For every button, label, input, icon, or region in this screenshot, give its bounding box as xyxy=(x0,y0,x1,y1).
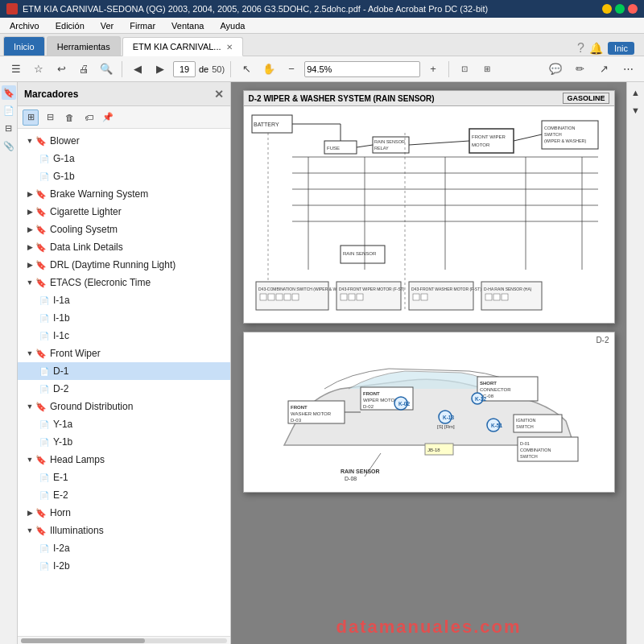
bookmark-cooling[interactable]: ▶ 🔖 Cooling Sysetm xyxy=(18,221,230,238)
bookmark-horn[interactable]: ▶ 🔖 Horn xyxy=(18,504,230,522)
maximize-button[interactable] xyxy=(615,4,625,14)
bookmark-datalink[interactable]: ▶ 🔖 Data Link Details xyxy=(18,238,230,256)
headlamps-toggle[interactable]: ▼ xyxy=(24,454,35,465)
bookmark-y1b[interactable]: 📄 Y-1b xyxy=(18,433,230,451)
right-scroll-down[interactable]: ▼ xyxy=(629,103,643,118)
drl-toggle[interactable]: ▶ xyxy=(24,259,35,270)
left-bookmarks-icon[interactable]: 🔖 xyxy=(2,85,16,100)
bookmark-i1c[interactable]: 📄 I-1c xyxy=(18,327,230,345)
bookmark-i1a[interactable]: 📄 I-1a xyxy=(18,291,230,309)
bookmark-e2[interactable]: 📄 E-2 xyxy=(18,486,230,504)
bookmark-button[interactable]: ☆ xyxy=(29,60,48,79)
comment-button[interactable]: 💬 xyxy=(546,60,565,79)
horn-toggle[interactable]: ▶ xyxy=(24,507,35,518)
sidebar-trash-button[interactable]: 🗑 xyxy=(61,109,77,126)
next-page-button[interactable]: ▶ xyxy=(151,60,170,79)
notification-bell[interactable]: 🔔 xyxy=(589,42,603,55)
diagram-title: D-2 WIPER & WASHER SYSTEM (RAIN SENSOR) … xyxy=(244,91,614,106)
sidebar-collapse-button[interactable]: ⊟ xyxy=(42,109,58,126)
menu-ver[interactable]: Ver xyxy=(97,19,118,32)
svg-rect-51 xyxy=(485,294,492,300)
bookmark-cigarette[interactable]: ▶ 🔖 Cigarette Lighter xyxy=(18,203,230,221)
tab-herramientas[interactable]: Herramientas xyxy=(47,36,121,56)
cigarette-toggle[interactable]: ▶ xyxy=(24,206,35,217)
bookmark-headlamps[interactable]: ▼ 🔖 Head Lamps xyxy=(18,451,230,469)
bookmark-frontwiper[interactable]: ▼ 🔖 Front Wiper xyxy=(18,345,230,362)
sidebar-toolbar: ⊞ ⊟ 🗑 🏷 📌 xyxy=(18,106,230,129)
help-button[interactable]: ? xyxy=(577,41,584,56)
menu-edicion[interactable]: Edición xyxy=(52,19,88,32)
sidebar-tag1-button[interactable]: 🏷 xyxy=(80,109,97,126)
svg-text:K-13: K-13 xyxy=(443,415,454,420)
d1-icon: 📄 xyxy=(39,365,50,377)
illuminations-label: Illuminations xyxy=(50,525,104,536)
sidebar-tag2-button[interactable]: 📌 xyxy=(100,109,116,126)
highlight-button[interactable]: ✏ xyxy=(570,60,589,79)
left-layers-icon[interactable]: ⊟ xyxy=(2,121,16,135)
content-area[interactable]: D-2 WIPER & WASHER SYSTEM (RAIN SENSOR) … xyxy=(231,82,626,644)
svg-text:RAIN SENSOR: RAIN SENSOR xyxy=(343,251,377,256)
bookmark-y1a[interactable]: 📄 Y-1a xyxy=(18,415,230,433)
more-tools-button[interactable]: ⋯ xyxy=(618,60,638,79)
hand-tool[interactable]: ✋ xyxy=(259,60,279,79)
svg-text:COMBINATION: COMBINATION xyxy=(544,126,575,130)
share-button[interactable]: ↗ xyxy=(594,60,613,79)
sidebar-expand-button[interactable]: ⊞ xyxy=(23,109,39,126)
back-button[interactable]: ↩ xyxy=(52,60,71,79)
zoom-in-button[interactable]: + xyxy=(423,60,443,79)
datalink-toggle[interactable]: ▶ xyxy=(24,242,35,253)
close-button[interactable] xyxy=(628,4,638,14)
bookmark-grounddist[interactable]: ▼ 🔖 Ground Distribution xyxy=(18,398,230,415)
tab-close-button[interactable]: ✕ xyxy=(226,43,233,52)
i1b-icon: 📄 xyxy=(39,312,50,324)
page-number-input[interactable] xyxy=(173,61,196,77)
bookmark-i2a[interactable]: 📄 I-2a xyxy=(18,539,230,557)
bookmark-d1[interactable]: 📄 D-1 xyxy=(18,362,230,380)
menu-archivo[interactable]: Archivo xyxy=(6,19,43,32)
bookmark-g1a[interactable]: 📄 G-1a xyxy=(18,150,230,167)
bookmark-brake[interactable]: ▶ 🔖 Brake Warning System xyxy=(18,185,230,203)
tab-document[interactable]: ETM KIA CARNIVAL... ✕ xyxy=(122,37,243,56)
bookmark-e1[interactable]: 📄 E-1 xyxy=(18,469,230,486)
bookmark-drl[interactable]: ▶ 🔖 DRL (Daytime Running Light) xyxy=(18,256,230,274)
illuminations-toggle[interactable]: ▼ xyxy=(24,525,35,536)
bookmark-i1b[interactable]: 📄 I-1b xyxy=(18,309,230,327)
menu-ayuda[interactable]: Ayuda xyxy=(217,19,248,32)
bookmark-blower[interactable]: ▼ 🔖 Blower xyxy=(18,132,230,150)
sidebar-scrollbar[interactable] xyxy=(18,636,230,644)
minimize-button[interactable] xyxy=(602,4,612,14)
tab-inicio[interactable]: Inicio xyxy=(3,36,45,56)
bookmark-tree: ▼ 🔖 Blower 📄 G-1a 📄 G-1b ▶ 🔖 Brake Warni… xyxy=(18,129,230,636)
prev-page-button[interactable]: ◀ xyxy=(128,60,147,79)
zoom-out-button[interactable]: − xyxy=(282,60,301,79)
bookmark-g1b[interactable]: 📄 G-1b xyxy=(18,167,230,185)
search-toolbar-button[interactable]: 🔍 xyxy=(97,60,116,79)
grounddist-toggle[interactable]: ▼ xyxy=(24,401,35,412)
left-attach-icon[interactable]: 📎 xyxy=(2,138,16,153)
sidebar-toggle-button[interactable]: ☰ xyxy=(6,60,26,79)
cursor-tool[interactable]: ↖ xyxy=(237,60,256,79)
menu-firmar[interactable]: Firmar xyxy=(126,19,159,32)
bookmark-d2[interactable]: 📄 D-2 xyxy=(18,380,230,398)
actual-size-button[interactable]: ⊞ xyxy=(477,60,497,79)
menu-ventana[interactable]: Ventana xyxy=(168,19,207,32)
svg-text:JB-18: JB-18 xyxy=(427,448,440,452)
fit-page-button[interactable]: ⊡ xyxy=(455,60,474,79)
zoom-input[interactable] xyxy=(304,61,420,77)
tab-init-button[interactable]: Inic xyxy=(608,42,634,55)
brake-toggle[interactable]: ▶ xyxy=(24,188,35,200)
blower-toggle[interactable]: ▼ xyxy=(24,135,35,147)
sidebar-close-button[interactable]: ✕ xyxy=(214,88,224,101)
left-pages-icon[interactable]: 📄 xyxy=(2,103,16,118)
tab-inicio-label: Inicio xyxy=(14,42,35,52)
cooling-toggle[interactable]: ▶ xyxy=(24,224,35,235)
bookmark-etacs[interactable]: ▼ 🔖 ETACS (Elecronic Time xyxy=(18,274,230,291)
etacs-toggle[interactable]: ▼ xyxy=(24,277,35,288)
right-scroll-up[interactable]: ▲ xyxy=(629,85,643,100)
frontwiper-toggle[interactable]: ▼ xyxy=(24,348,35,359)
bookmark-illuminations[interactable]: ▼ 🔖 Illuminations xyxy=(18,522,230,539)
bookmark-i2b[interactable]: 📄 I-2b xyxy=(18,557,230,575)
svg-text:K-02: K-02 xyxy=(398,401,410,407)
drl-icon: 🔖 xyxy=(35,259,47,270)
print-button[interactable]: 🖨 xyxy=(74,60,93,79)
